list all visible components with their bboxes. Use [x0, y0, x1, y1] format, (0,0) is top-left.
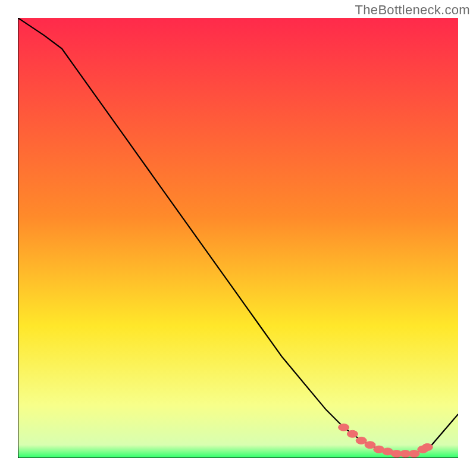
chart-container: TheBottleneck.com — [0, 0, 476, 476]
marker-point — [339, 424, 349, 431]
marker-point — [356, 437, 367, 444]
marker-point — [347, 430, 358, 437]
gradient-background — [18, 18, 458, 458]
marker-point — [409, 450, 419, 458]
marker-point — [422, 444, 433, 451]
chart-svg — [18, 18, 458, 458]
marker-point — [365, 441, 375, 449]
watermark-text: TheBottleneck.com — [355, 2, 470, 18]
